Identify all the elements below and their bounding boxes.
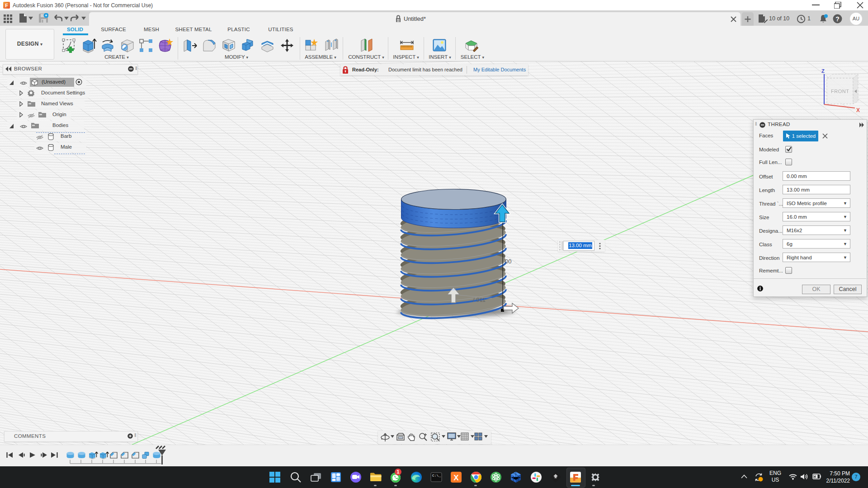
svg-text:X: X bbox=[453, 474, 459, 482]
svg-text:C:\_: C:\_ bbox=[432, 474, 441, 478]
